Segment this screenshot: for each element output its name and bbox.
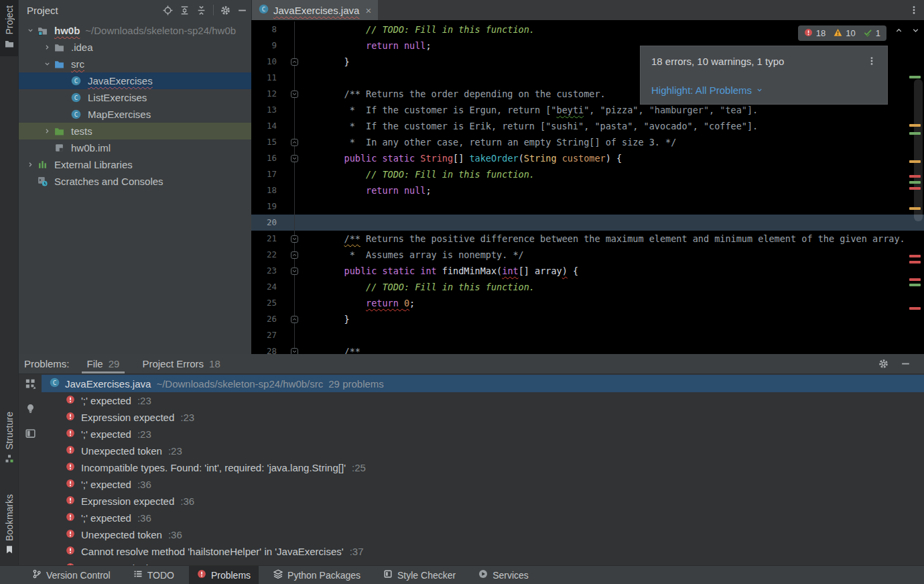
settings-gear-button[interactable]	[220, 5, 230, 15]
line-number[interactable]: 21	[251, 231, 282, 247]
line-number[interactable]: 20	[251, 215, 282, 231]
chevron-down-icon[interactable]	[40, 60, 54, 68]
statusbar-item-problems[interactable]: Problems	[189, 566, 259, 584]
code-line-16[interactable]: 16 public static String[] takeOrder(Stri…	[251, 150, 924, 166]
warning-count-badge[interactable]: 10	[834, 28, 855, 39]
previous-problem-button[interactable]	[895, 25, 903, 38]
line-number[interactable]: 14	[251, 118, 282, 134]
line-number[interactable]: 16	[251, 150, 282, 166]
editor-scrollbar-thumb[interactable]	[914, 79, 923, 221]
problems-file-row[interactable]: C JavaExercises.java ~/Downloads/skeleto…	[42, 375, 924, 392]
line-number[interactable]: 13	[251, 102, 282, 118]
line-number[interactable]: 10	[251, 54, 282, 70]
line-number[interactable]: 12	[251, 86, 282, 102]
line-number[interactable]: 22	[251, 247, 282, 263]
next-problem-button[interactable]	[911, 25, 920, 38]
problems-settings-gear-button[interactable]	[878, 359, 888, 369]
line-number[interactable]: 18	[251, 182, 282, 198]
error-stripe-green[interactable]	[909, 76, 921, 78]
chevron-right-icon[interactable]	[23, 161, 38, 168]
typo-count-badge[interactable]: 1	[864, 28, 880, 39]
fold-end-icon[interactable]	[282, 54, 306, 70]
statusbar-item-version-control[interactable]: Version Control	[24, 566, 119, 584]
code-line-27[interactable]: 27	[251, 327, 924, 343]
close-tab-icon[interactable]: ×	[365, 5, 371, 16]
statusbar-item-todo[interactable]: TODO	[125, 566, 182, 584]
tree-item-hw0b-iml[interactable]: hw0b.iml	[19, 139, 251, 156]
problem-row[interactable]: Cannot resolve method 'hailstoneHelper' …	[42, 543, 924, 560]
problem-row[interactable]: ';' expected:23	[42, 426, 924, 443]
fold-end-icon[interactable]	[282, 247, 306, 263]
error-stripe-green[interactable]	[909, 181, 921, 184]
error-stripe-red[interactable]	[909, 187, 921, 190]
line-number[interactable]: 8	[251, 21, 282, 38]
chevron-right-icon[interactable]	[40, 44, 54, 51]
problem-row[interactable]: Unexpected token:36	[42, 526, 924, 543]
fold-start-icon[interactable]	[282, 343, 306, 354]
line-number[interactable]: 27	[251, 327, 282, 343]
error-stripe-red[interactable]	[909, 255, 921, 257]
editor-tab-javaexercises[interactable]: C JavaExercises.java ×	[252, 0, 378, 20]
statusbar-item-style-checker[interactable]: Style Checker	[375, 566, 464, 584]
tree-item-external-libraries[interactable]: External Libraries	[19, 156, 251, 173]
error-stripe-orange[interactable]	[909, 160, 921, 163]
line-number[interactable]: 11	[251, 70, 282, 86]
fold-end-icon[interactable]	[282, 134, 306, 150]
tree-item--idea[interactable]: .idea	[19, 39, 251, 56]
tree-item-mapexercises[interactable]: CMapExercises	[19, 106, 251, 123]
problems-tab-project-errors[interactable]: Project Errors18	[139, 354, 222, 373]
problem-row[interactable]: ';' expected:36	[42, 476, 924, 493]
error-count-badge[interactable]: 18	[804, 28, 826, 39]
code-line-21[interactable]: 21 /** Returns the positive difference b…	[251, 231, 924, 247]
error-stripe-orange[interactable]	[909, 207, 921, 210]
tree-item-scratches-and-consoles[interactable]: Scratches and Consoles	[19, 173, 251, 190]
popup-kebab-icon[interactable]	[867, 56, 876, 66]
code-line-17[interactable]: 17 // TODO: Fill in this function.	[251, 166, 924, 182]
line-number[interactable]: 24	[251, 279, 282, 295]
line-number[interactable]: 15	[251, 134, 282, 150]
tree-item-javaexercises[interactable]: CJavaExercises	[19, 72, 251, 89]
preview-panel-icon[interactable]	[25, 428, 36, 442]
error-stripe-red[interactable]	[909, 307, 921, 310]
collapse-all-button[interactable]	[196, 5, 206, 15]
statusbar-item-python-packages[interactable]: Python Packages	[265, 566, 369, 584]
editor-options-kebab-icon[interactable]	[909, 5, 919, 15]
highlight-level-dropdown[interactable]: Highlight: All Problems	[641, 76, 887, 104]
tree-item-src[interactable]: src	[19, 56, 251, 72]
error-stripe-orange[interactable]	[909, 124, 921, 127]
line-number[interactable]: 28	[251, 343, 282, 354]
fold-start-icon[interactable]	[282, 86, 306, 102]
code-line-20[interactable]: 20	[251, 215, 924, 231]
chevron-down-icon[interactable]	[23, 27, 38, 34]
problem-row[interactable]: Incompatible types. Found: 'int', requir…	[42, 459, 924, 476]
code-line-22[interactable]: 22 * Assumes array is nonempty. */	[251, 247, 924, 263]
problems-tab-file[interactable]: File29	[84, 354, 123, 373]
tree-item-tests[interactable]: tests	[19, 123, 251, 139]
hide-panel-button[interactable]	[237, 5, 247, 15]
tree-item-listexercises[interactable]: CListExercises	[19, 89, 251, 106]
code-line-18[interactable]: 18 return null;	[251, 182, 924, 198]
code-line-24[interactable]: 24 // TODO: Fill in this function.	[251, 279, 924, 295]
statusbar-item-services[interactable]: Services	[470, 566, 537, 584]
problems-hide-button[interactable]	[901, 359, 911, 369]
tool-tab-bookmarks[interactable]: Bookmarks	[0, 489, 19, 563]
code-line-19[interactable]: 19	[251, 198, 924, 215]
expand-all-button[interactable]	[180, 5, 190, 15]
line-number[interactable]: 25	[251, 295, 282, 311]
fold-start-icon[interactable]	[282, 150, 306, 166]
lightbulb-icon[interactable]	[25, 403, 36, 417]
tree-item-hw0b[interactable]: hw0b~/Downloads/skeleton-sp24/hw0b	[19, 22, 251, 39]
problem-row[interactable]: Unexpected token:23	[42, 443, 924, 459]
code-line-28[interactable]: 28 /**	[251, 343, 924, 354]
code-line-15[interactable]: 15 * In any other case, return an empty …	[251, 134, 924, 150]
fold-start-icon[interactable]	[282, 263, 306, 279]
error-stripe-red[interactable]	[909, 175, 921, 178]
error-stripe-red[interactable]	[909, 278, 921, 281]
problem-row[interactable]: Unexpected token	[42, 560, 924, 565]
chevron-right-icon[interactable]	[40, 127, 54, 135]
problem-row[interactable]: Expression expected:23	[42, 409, 924, 426]
tool-tab-project[interactable]: Project	[0, 0, 18, 56]
fold-end-icon[interactable]	[282, 311, 306, 327]
line-number[interactable]: 23	[251, 263, 282, 279]
code-line-14[interactable]: 14 * If the customer is Erik, return ["s…	[251, 118, 924, 134]
